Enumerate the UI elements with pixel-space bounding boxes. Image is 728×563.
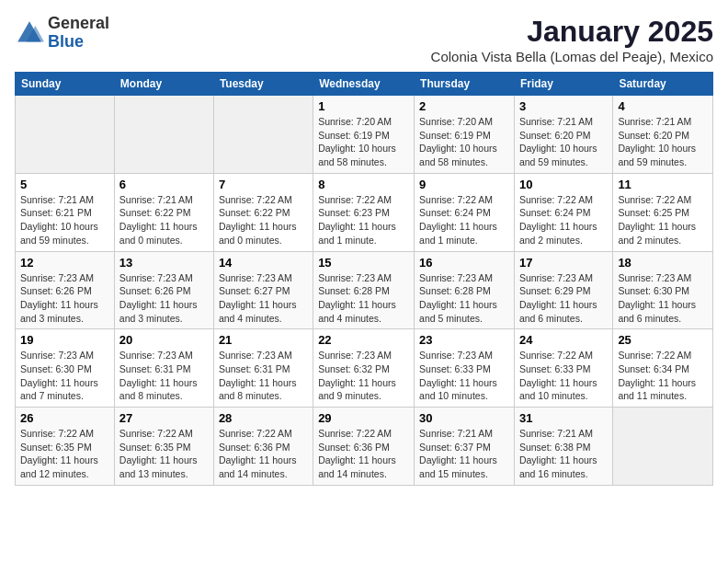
logo-icon xyxy=(15,18,44,48)
calendar-cell: 15Sunrise: 7:23 AMSunset: 6:28 PMDayligh… xyxy=(313,251,415,329)
calendar-cell xyxy=(114,96,213,174)
day-number: 24 xyxy=(519,333,608,347)
day-info: Sunrise: 7:22 AMSunset: 6:24 PMDaylight:… xyxy=(519,193,608,247)
logo-blue: Blue xyxy=(48,33,109,52)
calendar-week-row: 19Sunrise: 7:23 AMSunset: 6:30 PMDayligh… xyxy=(16,329,713,408)
calendar-cell: 7Sunrise: 7:22 AMSunset: 6:22 PMDaylight… xyxy=(213,173,313,251)
calendar-title: January 2025 xyxy=(431,15,713,49)
logo-general: General xyxy=(48,15,109,33)
day-number: 27 xyxy=(119,411,209,425)
calendar-cell xyxy=(16,96,115,174)
calendar-cell: 31Sunrise: 7:21 AMSunset: 6:38 PMDayligh… xyxy=(514,408,612,486)
calendar-cell: 28Sunrise: 7:22 AMSunset: 6:36 PMDayligh… xyxy=(213,408,313,486)
calendar-cell: 10Sunrise: 7:22 AMSunset: 6:24 PMDayligh… xyxy=(514,173,612,251)
calendar-cell xyxy=(613,408,713,486)
calendar-cell: 18Sunrise: 7:23 AMSunset: 6:30 PMDayligh… xyxy=(613,251,713,329)
day-info: Sunrise: 7:20 AMSunset: 6:19 PMDaylight:… xyxy=(318,115,409,169)
calendar-cell: 17Sunrise: 7:23 AMSunset: 6:29 PMDayligh… xyxy=(514,251,612,329)
calendar-cell: 20Sunrise: 7:23 AMSunset: 6:31 PMDayligh… xyxy=(114,329,213,408)
weekday-header: Sunday xyxy=(16,73,115,96)
calendar-cell xyxy=(213,96,313,174)
calendar-cell: 1Sunrise: 7:20 AMSunset: 6:19 PMDaylight… xyxy=(313,96,415,174)
day-number: 13 xyxy=(119,256,209,270)
calendar-cell: 6Sunrise: 7:21 AMSunset: 6:22 PMDaylight… xyxy=(114,173,213,251)
day-number: 3 xyxy=(519,99,608,113)
calendar-cell: 9Sunrise: 7:22 AMSunset: 6:24 PMDaylight… xyxy=(415,173,515,251)
calendar-cell: 19Sunrise: 7:23 AMSunset: 6:30 PMDayligh… xyxy=(16,329,115,408)
day-number: 6 xyxy=(119,178,209,191)
day-info: Sunrise: 7:23 AMSunset: 6:30 PMDaylight:… xyxy=(618,271,708,326)
day-info: Sunrise: 7:22 AMSunset: 6:36 PMDaylight:… xyxy=(219,427,308,481)
day-number: 31 xyxy=(519,411,608,425)
day-number: 30 xyxy=(419,411,509,425)
day-info: Sunrise: 7:21 AMSunset: 6:20 PMDaylight:… xyxy=(519,115,608,169)
day-number: 5 xyxy=(20,178,109,191)
weekday-header: Monday xyxy=(114,73,213,96)
calendar-cell: 16Sunrise: 7:23 AMSunset: 6:28 PMDayligh… xyxy=(415,251,515,329)
calendar-cell: 8Sunrise: 7:22 AMSunset: 6:23 PMDaylight… xyxy=(313,173,415,251)
day-number: 9 xyxy=(419,178,509,191)
calendar-cell: 22Sunrise: 7:23 AMSunset: 6:32 PMDayligh… xyxy=(313,329,415,408)
day-info: Sunrise: 7:23 AMSunset: 6:31 PMDaylight:… xyxy=(119,349,209,403)
day-number: 20 xyxy=(119,333,209,347)
day-info: Sunrise: 7:23 AMSunset: 6:33 PMDaylight:… xyxy=(419,349,509,403)
calendar-cell: 29Sunrise: 7:22 AMSunset: 6:36 PMDayligh… xyxy=(313,408,415,486)
day-number: 19 xyxy=(20,333,109,347)
day-info: Sunrise: 7:23 AMSunset: 6:31 PMDaylight:… xyxy=(219,349,308,403)
day-number: 7 xyxy=(219,178,308,191)
calendar-cell: 13Sunrise: 7:23 AMSunset: 6:26 PMDayligh… xyxy=(114,251,213,329)
day-number: 11 xyxy=(618,178,708,191)
day-number: 16 xyxy=(419,256,509,270)
weekday-header: Saturday xyxy=(613,73,713,96)
calendar-week-row: 5Sunrise: 7:21 AMSunset: 6:21 PMDaylight… xyxy=(16,173,713,251)
weekday-header: Tuesday xyxy=(213,73,313,96)
weekday-header: Wednesday xyxy=(313,73,415,96)
day-number: 17 xyxy=(519,256,608,270)
calendar-subtitle: Colonia Vista Bella (Lomas del Peaje), M… xyxy=(431,49,713,64)
day-number: 28 xyxy=(219,411,308,425)
calendar-week-row: 26Sunrise: 7:22 AMSunset: 6:35 PMDayligh… xyxy=(16,408,713,486)
day-info: Sunrise: 7:22 AMSunset: 6:35 PMDaylight:… xyxy=(119,427,209,481)
calendar-body: 1Sunrise: 7:20 AMSunset: 6:19 PMDaylight… xyxy=(16,96,713,486)
day-info: Sunrise: 7:23 AMSunset: 6:28 PMDaylight:… xyxy=(419,271,509,326)
calendar-cell: 21Sunrise: 7:23 AMSunset: 6:31 PMDayligh… xyxy=(213,329,313,408)
day-info: Sunrise: 7:22 AMSunset: 6:34 PMDaylight:… xyxy=(618,349,708,403)
day-number: 10 xyxy=(519,178,608,191)
calendar-cell: 27Sunrise: 7:22 AMSunset: 6:35 PMDayligh… xyxy=(114,408,213,486)
day-number: 4 xyxy=(618,99,708,113)
day-number: 21 xyxy=(219,333,308,347)
day-info: Sunrise: 7:21 AMSunset: 6:21 PMDaylight:… xyxy=(20,193,109,247)
day-info: Sunrise: 7:22 AMSunset: 6:36 PMDaylight:… xyxy=(318,427,409,481)
day-number: 18 xyxy=(618,256,708,270)
calendar-week-row: 1Sunrise: 7:20 AMSunset: 6:19 PMDaylight… xyxy=(16,96,713,174)
calendar-cell: 12Sunrise: 7:23 AMSunset: 6:26 PMDayligh… xyxy=(16,251,115,329)
calendar-header-row: SundayMondayTuesdayWednesdayThursdayFrid… xyxy=(16,73,713,96)
day-info: Sunrise: 7:23 AMSunset: 6:27 PMDaylight:… xyxy=(219,271,308,326)
day-info: Sunrise: 7:23 AMSunset: 6:26 PMDaylight:… xyxy=(119,271,209,326)
logo-text: General Blue xyxy=(48,15,109,52)
calendar-table: SundayMondayTuesdayWednesdayThursdayFrid… xyxy=(15,72,713,486)
day-info: Sunrise: 7:23 AMSunset: 6:30 PMDaylight:… xyxy=(20,349,109,403)
day-info: Sunrise: 7:23 AMSunset: 6:26 PMDaylight:… xyxy=(20,271,109,326)
day-info: Sunrise: 7:21 AMSunset: 6:22 PMDaylight:… xyxy=(119,193,209,247)
day-number: 22 xyxy=(318,333,409,347)
day-info: Sunrise: 7:23 AMSunset: 6:29 PMDaylight:… xyxy=(519,271,608,326)
calendar-week-row: 12Sunrise: 7:23 AMSunset: 6:26 PMDayligh… xyxy=(16,251,713,329)
day-info: Sunrise: 7:23 AMSunset: 6:32 PMDaylight:… xyxy=(318,349,409,403)
day-number: 23 xyxy=(419,333,509,347)
calendar-cell: 5Sunrise: 7:21 AMSunset: 6:21 PMDaylight… xyxy=(16,173,115,251)
day-number: 14 xyxy=(219,256,308,270)
day-info: Sunrise: 7:22 AMSunset: 6:22 PMDaylight:… xyxy=(219,193,308,247)
page-header: General Blue January 2025 Colonia Vista … xyxy=(15,15,713,64)
logo: General Blue xyxy=(15,15,109,52)
calendar-cell: 2Sunrise: 7:20 AMSunset: 6:19 PMDaylight… xyxy=(415,96,515,174)
calendar-cell: 26Sunrise: 7:22 AMSunset: 6:35 PMDayligh… xyxy=(16,408,115,486)
day-info: Sunrise: 7:20 AMSunset: 6:19 PMDaylight:… xyxy=(419,115,509,169)
weekday-header: Thursday xyxy=(415,73,515,96)
title-block: January 2025 Colonia Vista Bella (Lomas … xyxy=(431,15,713,64)
day-info: Sunrise: 7:22 AMSunset: 6:25 PMDaylight:… xyxy=(618,193,708,247)
calendar-cell: 23Sunrise: 7:23 AMSunset: 6:33 PMDayligh… xyxy=(415,329,515,408)
day-number: 2 xyxy=(419,99,509,113)
day-number: 29 xyxy=(318,411,409,425)
day-number: 12 xyxy=(20,256,109,270)
